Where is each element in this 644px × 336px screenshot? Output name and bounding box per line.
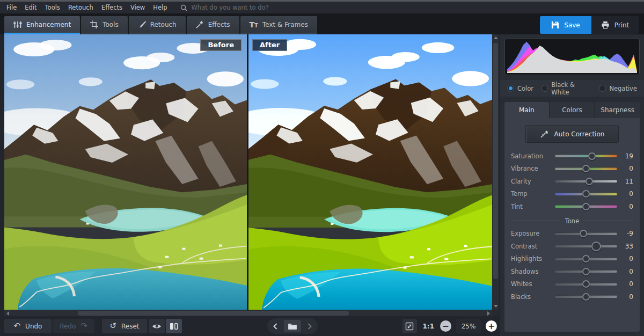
blacks-slider-thumb[interactable]	[582, 293, 590, 301]
vertical-scroll-thumb[interactable]	[493, 43, 498, 279]
slider-row-contrast: Contrast33	[511, 240, 633, 253]
contrast-slider-track[interactable]	[555, 245, 617, 247]
adjustments-panel: ColorBlack & WhiteNegative MainColorsSha…	[500, 34, 644, 336]
panel-tab-sharpness[interactable]: Sharpness	[595, 102, 640, 118]
menu-bar: FileEditToolsRetouchEffectsViewHelp	[0, 2, 644, 13]
exposure-value: -9	[617, 230, 633, 237]
tab-label: Effects	[208, 21, 230, 28]
vertical-scrollbar[interactable]	[492, 34, 499, 310]
slider-label: Clarity	[511, 178, 555, 185]
tab-text-frames[interactable]: TTText & Frames	[240, 16, 317, 34]
eye-icon	[152, 323, 162, 330]
undo-label: Undo	[25, 323, 42, 330]
search-input[interactable]	[191, 4, 320, 11]
tab-effects[interactable]: Effects	[187, 16, 239, 34]
print-button[interactable]: Print	[591, 16, 639, 34]
mode-radio-color[interactable]: Color	[507, 85, 533, 92]
mode-radio-black-white[interactable]: Black & White	[541, 81, 591, 96]
compare-view-button[interactable]	[166, 319, 182, 333]
save-button[interactable]: Save	[540, 16, 591, 34]
tab-tools[interactable]: Tools	[81, 16, 128, 34]
tab-enhancement[interactable]: Enhancement	[4, 16, 80, 34]
reset-label: Reset	[121, 323, 140, 330]
saturation-slider-thumb[interactable]	[588, 152, 596, 160]
highlights-slider-thumb[interactable]	[582, 255, 590, 262]
menu-item-retouch[interactable]: Retouch	[68, 4, 93, 11]
vibrance-slider-thumb[interactable]	[582, 165, 590, 172]
before-badge: Before	[200, 39, 241, 51]
clarity-value: 11	[617, 178, 633, 185]
save-label: Save	[564, 21, 580, 29]
fit-to-screen-button[interactable]	[402, 319, 417, 333]
auto-correction-label: Auto Correction	[554, 130, 605, 138]
tone-section-label: Tone	[565, 217, 579, 225]
shadows-slider-track[interactable]	[555, 270, 617, 273]
slider-label: Temp	[511, 190, 555, 198]
temp-slider-track[interactable]	[555, 193, 617, 195]
auto-correction-button[interactable]: Auto Correction	[525, 125, 619, 143]
highlights-slider-track[interactable]	[555, 258, 617, 260]
temp-slider-thumb[interactable]	[582, 190, 590, 198]
whites-value: 0	[617, 280, 633, 288]
slider-label: Shadows	[511, 268, 555, 275]
radio-icon	[541, 85, 548, 92]
blacks-slider-track[interactable]	[555, 295, 617, 298]
whites-slider-track[interactable]	[555, 283, 617, 286]
mode-label: Negative	[609, 85, 637, 92]
before-image[interactable]: Before	[4, 34, 247, 310]
tone-divider-right	[584, 221, 633, 221]
previous-photo-button[interactable]	[268, 320, 283, 332]
horizontal-scroll-thumb[interactable]	[78, 311, 349, 316]
menu-item-edit[interactable]: Edit	[25, 4, 36, 11]
preview-original-button[interactable]	[149, 319, 165, 333]
print-label: Print	[614, 21, 630, 29]
radio-icon	[507, 85, 514, 92]
slider-row-vibrance: Vibrance0	[511, 163, 633, 176]
zoom-out-button[interactable]: −	[440, 320, 451, 332]
slider-row-blacks: Blacks0	[511, 290, 633, 303]
redo-button[interactable]: Redo ↷	[53, 319, 94, 333]
whites-slider-thumb[interactable]	[582, 280, 590, 288]
tab-retouch[interactable]: Retouch	[129, 16, 186, 34]
menu-item-view[interactable]: View	[130, 4, 145, 11]
panel-tab-main[interactable]: Main	[504, 102, 549, 118]
contrast-slider-thumb[interactable]	[591, 242, 601, 251]
next-photo-button[interactable]	[302, 320, 317, 332]
mode-tabs: EnhancementToolsRetouchEffectsTTText & F…	[4, 16, 317, 34]
menu-item-tools[interactable]: Tools	[45, 4, 60, 11]
menu-item-help[interactable]: Help	[153, 4, 167, 11]
mode-label: Color	[517, 85, 533, 92]
open-folder-button[interactable]	[284, 320, 301, 332]
actual-size-button[interactable]: 1:1	[422, 323, 436, 330]
zoom-controls: 1:1 − 25% +	[402, 319, 497, 333]
menu-item-effects[interactable]: Effects	[101, 4, 122, 11]
scroll-up-arrow[interactable]	[492, 34, 499, 41]
menu-item-file[interactable]: File	[6, 4, 17, 11]
tab-label: Text & Frames	[262, 21, 308, 28]
wand-icon	[196, 20, 204, 28]
shadows-slider-thumb[interactable]	[582, 268, 590, 275]
exposure-slider-track[interactable]	[555, 232, 617, 235]
slider-row-tint: Tint0	[511, 200, 633, 213]
photo-editor-app: FileEditToolsRetouchEffectsViewHelp Enha…	[0, 0, 644, 336]
vibrance-slider-track[interactable]	[555, 167, 617, 170]
after-image[interactable]: After	[248, 34, 492, 310]
reset-button[interactable]: ↺ Reset	[102, 319, 147, 333]
zoom-level[interactable]: 25%	[456, 319, 481, 333]
clarity-slider-track[interactable]	[555, 180, 617, 182]
tint-slider-thumb[interactable]	[582, 203, 590, 210]
saturation-slider-track[interactable]	[555, 155, 617, 157]
clarity-slider-thumb[interactable]	[586, 178, 593, 185]
slider-label: Vibrance	[511, 165, 555, 172]
highlights-value: 0	[617, 255, 633, 262]
exposure-slider-thumb[interactable]	[580, 230, 587, 237]
undo-button[interactable]: ↶ Undo	[4, 319, 52, 333]
mode-tab-bar: EnhancementToolsRetouchEffectsTTText & F…	[0, 13, 644, 34]
slider-label: Exposure	[511, 230, 555, 237]
tint-slider-track[interactable]	[555, 205, 617, 208]
mode-radio-negative[interactable]: Negative	[599, 85, 637, 92]
scroll-down-arrow[interactable]	[492, 303, 499, 310]
panel-tab-colors[interactable]: Colors	[550, 102, 595, 118]
zoom-in-button[interactable]: +	[486, 320, 497, 332]
slider-row-highlights: Highlights0	[511, 253, 633, 266]
